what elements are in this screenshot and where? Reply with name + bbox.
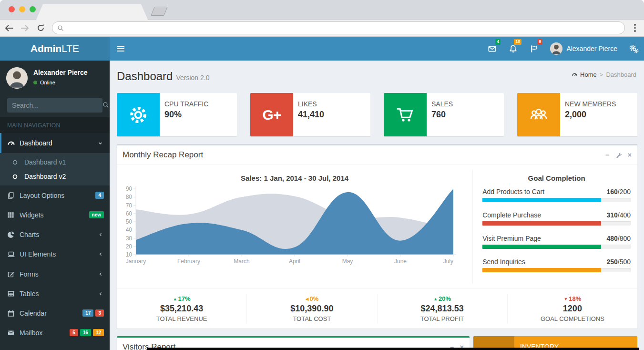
notifications-menu[interactable]: 10 — [502, 37, 523, 61]
svg-text:30: 30 — [126, 235, 133, 242]
badge: 17 — [82, 309, 93, 317]
caret-up-icon: ▲ — [173, 297, 177, 301]
gears-icon — [629, 44, 639, 54]
sidebar-item-ui-elements[interactable]: UI Elements — [0, 244, 110, 264]
control-sidebar-button[interactable] — [623, 37, 644, 61]
brand-bold: Admin — [31, 43, 61, 54]
notifications-badge: 10 — [514, 39, 521, 45]
bell-icon — [509, 44, 518, 53]
dashboard-icon — [572, 72, 578, 78]
svg-text:20: 20 — [126, 243, 133, 250]
wrench-icon[interactable] — [615, 152, 622, 158]
info-box-value: 2,000 — [565, 110, 616, 120]
breadcrumb-home-link[interactable]: Home — [572, 71, 597, 78]
online-dot-icon — [33, 81, 37, 84]
svg-text:10: 10 — [126, 251, 133, 258]
info-box-new-members: NEW MEMBERS 2,000 — [517, 93, 637, 136]
sidebar-item-calendar[interactable]: Calendar 17 3 — [0, 303, 110, 323]
sidebar-user-status[interactable]: Online — [33, 80, 88, 85]
svg-text:70: 70 — [126, 202, 133, 209]
svg-text:60: 60 — [126, 210, 133, 217]
sidebar-item-dashboard[interactable]: Dashboard — [0, 133, 110, 153]
back-button[interactable] — [2, 21, 16, 35]
dashboard-submenu: Dashboard v1 Dashboard v2 — [0, 153, 110, 185]
user-menu[interactable]: Alexander Pierce — [544, 37, 623, 61]
reload-button[interactable] — [34, 21, 47, 35]
stat-total-cost: ◀0% $10,390.90 TOTAL COST — [247, 294, 377, 324]
progress-bar — [482, 198, 631, 202]
badge: 16 — [80, 329, 91, 336]
address-input[interactable] — [64, 24, 620, 32]
badge: 12 — [93, 329, 104, 336]
shopping-cart-icon — [384, 93, 427, 136]
svg-text:July: July — [443, 258, 453, 265]
info-box-value: 760 — [431, 110, 453, 120]
tasks-menu[interactable]: 9 — [523, 37, 544, 61]
info-box-label: LIKES — [298, 100, 324, 108]
browser-window: AdminLTE 4 10 9 — [0, 0, 644, 350]
search-icon — [102, 102, 109, 108]
sidebar-user-panel: Alexander Pierce Online — [0, 61, 110, 94]
sidebar-toggle-button[interactable] — [110, 37, 132, 61]
browser-tab[interactable] — [36, 4, 148, 20]
close-icon[interactable]: × — [628, 151, 632, 159]
search-icon — [57, 25, 64, 31]
badge: 3 — [95, 309, 104, 317]
calendar-icon — [7, 309, 20, 317]
progress-bar — [482, 245, 631, 249]
tasks-badge: 9 — [537, 39, 542, 45]
progress-bar — [482, 268, 631, 272]
sidebar-item-dashboard-v2[interactable]: Dashboard v2 — [0, 169, 110, 184]
recap-footer: ▲17% $35,210.43 TOTAL REVENUE ◀0% $10,39… — [117, 288, 637, 329]
info-box-likes: G+ LIKES 41,410 — [250, 93, 370, 136]
edit-icon — [7, 270, 20, 278]
close-window-button[interactable] — [9, 6, 15, 12]
sidebar-item-charts[interactable]: Charts — [0, 225, 110, 244]
circle-o-icon — [12, 159, 24, 165]
caret-down-icon: ▼ — [563, 297, 568, 301]
goal-completion-area: Goal Completion Add Products to Cart160/… — [473, 170, 637, 284]
search-input[interactable] — [7, 102, 98, 109]
collapse-icon[interactable]: − — [605, 151, 609, 159]
svg-text:80: 80 — [126, 194, 133, 200]
sidebar-item-layout-options[interactable]: Layout Options 4 — [0, 185, 110, 205]
goal-item: Add Products to Cart160/200 — [482, 188, 631, 202]
messages-menu[interactable]: 4 — [481, 37, 502, 61]
url-bar[interactable] — [52, 21, 625, 34]
sidebar-item-dashboard-v1[interactable]: Dashboard v1 — [0, 155, 110, 169]
new-tab-button[interactable] — [151, 7, 168, 16]
browser-menu-button[interactable] — [630, 22, 640, 34]
stat-total-profit: ▲20% $24,813.53 TOTAL PROFIT — [378, 294, 508, 324]
dashboard-icon — [7, 139, 20, 147]
sidebar-item-widgets[interactable]: Widgets new — [0, 205, 110, 225]
badge: 5 — [70, 329, 78, 336]
window-controls — [9, 6, 36, 12]
sidebar-item-tables[interactable]: Tables — [0, 284, 110, 303]
svg-text:May: May — [342, 258, 353, 265]
table-icon — [7, 290, 20, 298]
info-box-cpu-traffic: CPU TRAFFIC 90% — [117, 93, 237, 136]
badge: new — [89, 211, 104, 218]
forward-button[interactable] — [18, 21, 31, 35]
minimize-window-button[interactable] — [19, 6, 25, 12]
browser-tabstrip — [0, 0, 644, 20]
sidebar-item-forms[interactable]: Forms — [0, 264, 110, 284]
info-box-value: 41,410 — [298, 110, 324, 120]
svg-text:50: 50 — [126, 218, 133, 225]
sidebar-item-mailbox[interactable]: Mailbox 5 16 12 — [0, 323, 110, 342]
chevron-left-icon — [98, 232, 103, 237]
panel-title: Monthly Recap Report — [123, 150, 203, 160]
zoom-window-button[interactable] — [30, 6, 36, 12]
top-navbar: 4 10 9 Alexander Pierce — [110, 37, 644, 61]
brand-logo[interactable]: AdminLTE — [0, 37, 110, 61]
chevron-down-icon — [98, 141, 103, 146]
page-title: Dashboard — [117, 70, 173, 82]
goal-item: Visit Premium Page480/800 — [482, 235, 631, 249]
sidebar-menu: Dashboard Dashboard v1 Dashboard v2 — [0, 133, 110, 342]
chevron-left-icon — [98, 272, 103, 277]
goal-item: Send Inquiries250/500 — [482, 258, 631, 272]
laptop-icon — [7, 250, 20, 258]
svg-text:March: March — [234, 258, 249, 265]
info-box-sales: SALES 760 — [384, 93, 504, 136]
caret-left-icon: ◀ — [306, 297, 309, 301]
